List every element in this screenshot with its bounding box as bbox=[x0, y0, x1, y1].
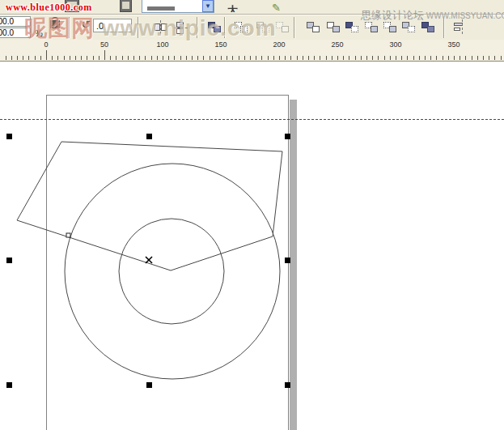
toolbar-separator bbox=[197, 17, 198, 38]
ruler-unit-label: 0 bbox=[44, 40, 48, 49]
selection-handle[interactable] bbox=[285, 382, 290, 388]
ruler-tick bbox=[279, 56, 280, 60]
ruler-tick bbox=[215, 56, 216, 60]
ruler-tick bbox=[210, 56, 210, 60]
intersect-button[interactable] bbox=[343, 19, 361, 36]
ruler-tick bbox=[192, 56, 193, 60]
ruler-tick bbox=[256, 56, 256, 60]
ruler-tick bbox=[17, 56, 18, 60]
ruler-tick bbox=[372, 56, 373, 60]
ruler-tick bbox=[465, 56, 466, 60]
order-button[interactable] bbox=[205, 19, 223, 36]
ruler-unit-label: 200 bbox=[273, 40, 285, 49]
ruler-tick bbox=[494, 56, 495, 60]
zoom-combo-box[interactable]: ▼ bbox=[142, 0, 214, 13]
toolbar-separator bbox=[294, 17, 295, 38]
toolbar-separator bbox=[69, 17, 70, 38]
trim-button[interactable] bbox=[324, 19, 342, 36]
ruler-tick bbox=[122, 56, 123, 60]
ruler-tick bbox=[384, 56, 385, 60]
back-minus-front-button[interactable] bbox=[400, 19, 417, 36]
ruler-tick bbox=[308, 56, 309, 60]
ruler-tick bbox=[168, 56, 169, 60]
selection-handle[interactable] bbox=[6, 134, 12, 139]
scale-y-field[interactable] bbox=[0, 28, 31, 38]
toolbar-separator bbox=[224, 17, 226, 38]
clipped-combo-text bbox=[147, 6, 175, 11]
blue1000-watermark: www.blue1000.com bbox=[6, 2, 92, 14]
mirror-horizontal-button[interactable] bbox=[152, 19, 170, 36]
ruler-tick bbox=[337, 56, 338, 60]
ruler-tick bbox=[268, 56, 269, 60]
horizontal-ruler[interactable]: 050100150200250300350 bbox=[0, 40, 504, 62]
clipped-toolbar-icon[interactable] bbox=[120, 0, 132, 12]
ruler-tick bbox=[343, 56, 344, 60]
mirror-vertical-button[interactable] bbox=[173, 19, 191, 36]
selection-handle[interactable] bbox=[6, 258, 12, 263]
ruler-tick bbox=[454, 56, 455, 60]
selection-handle[interactable] bbox=[146, 134, 152, 139]
selection-handle[interactable] bbox=[6, 382, 12, 388]
ruler-tick bbox=[128, 56, 129, 60]
selection-handle[interactable] bbox=[285, 134, 290, 139]
align-button[interactable] bbox=[450, 19, 468, 36]
ruler-tick bbox=[250, 56, 251, 60]
ruler-tick bbox=[239, 56, 239, 60]
ruler-tick bbox=[401, 56, 402, 60]
ruler-tick bbox=[81, 56, 82, 60]
drawing-canvas[interactable] bbox=[0, 62, 504, 430]
ruler-unit-label: 100 bbox=[156, 40, 168, 49]
ruler-tick bbox=[326, 56, 327, 60]
top-toolbar: ▼ 大小 ✎ www.blue1000.com bbox=[0, 0, 504, 15]
ruler-tick bbox=[477, 56, 478, 60]
ruler-tick bbox=[174, 56, 175, 60]
ruler-tick bbox=[303, 56, 303, 60]
combo-dropdown-arrow-icon[interactable]: ▼ bbox=[202, 0, 214, 12]
front-minus-back-button[interactable] bbox=[381, 19, 399, 36]
ruler-tick bbox=[413, 56, 414, 60]
ruler-tick bbox=[93, 56, 94, 60]
ruler-tick bbox=[116, 56, 116, 60]
ruler-tick bbox=[11, 56, 12, 60]
ruler-tick bbox=[75, 56, 76, 60]
pick-objects-button[interactable] bbox=[232, 19, 250, 36]
ruler-tick bbox=[361, 56, 362, 60]
ruler-tick bbox=[355, 56, 356, 60]
ruler-tick bbox=[221, 56, 222, 60]
ruler-tick bbox=[483, 56, 484, 60]
weld-button[interactable] bbox=[304, 19, 322, 36]
ruler-tick bbox=[285, 56, 286, 60]
selection-handle[interactable] bbox=[285, 258, 290, 263]
ruler-tick bbox=[6, 56, 6, 60]
ruler-tick bbox=[314, 56, 315, 60]
pen-icon[interactable]: ✎ bbox=[272, 1, 284, 12]
ruler-tick bbox=[472, 56, 472, 60]
ruler-tick bbox=[64, 56, 65, 60]
rotation-field[interactable] bbox=[93, 19, 132, 32]
ruler-tick bbox=[443, 56, 443, 60]
ruler-tick bbox=[35, 56, 36, 60]
simplify-button[interactable] bbox=[362, 19, 380, 36]
ruler-tick bbox=[332, 56, 332, 60]
lock-icon[interactable] bbox=[50, 20, 60, 28]
group-button bbox=[254, 19, 272, 36]
ruler-tick bbox=[430, 56, 431, 60]
ruler-tick bbox=[244, 56, 245, 60]
ruler-tick bbox=[28, 56, 29, 60]
ruler-tick bbox=[501, 56, 502, 60]
ruler-tick bbox=[40, 56, 41, 60]
selection-handle[interactable] bbox=[146, 382, 152, 388]
ruler-tick bbox=[489, 56, 489, 60]
toolbar-separator bbox=[138, 17, 139, 38]
ruler-tick bbox=[261, 56, 262, 60]
combine-button[interactable] bbox=[419, 19, 437, 36]
rotate-icon: ↺ bbox=[79, 18, 92, 31]
ruler-tick bbox=[157, 56, 158, 60]
ruler-tick bbox=[436, 56, 437, 60]
scale-x-field[interactable] bbox=[0, 16, 31, 27]
guideline[interactable] bbox=[0, 119, 504, 120]
ruler-tick bbox=[273, 56, 274, 60]
ruler-tick bbox=[320, 56, 320, 60]
ruler-tick bbox=[180, 56, 181, 60]
ruler-tick bbox=[70, 56, 70, 60]
